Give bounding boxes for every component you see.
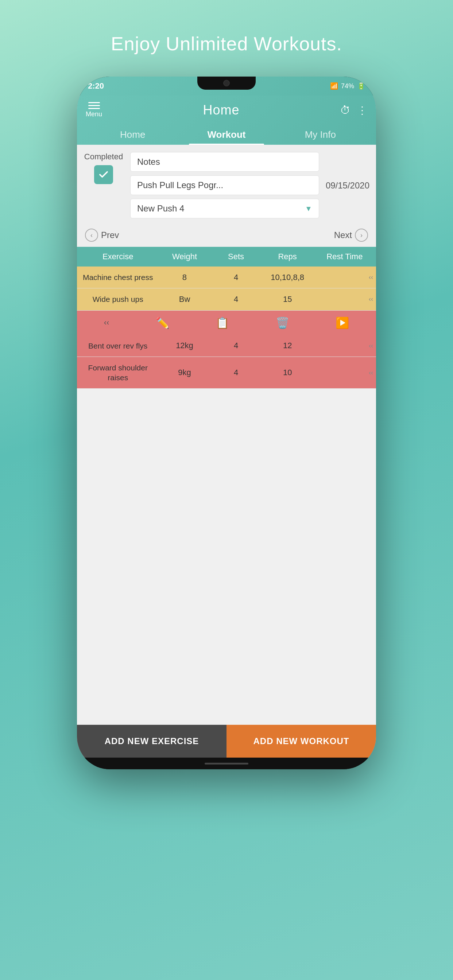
left-arrows-icon: ‹‹ [369,295,373,303]
table-row[interactable]: Bent over rev flys 12kg 4 12 ‹‹ [77,335,376,357]
header-actions: ⏱ ⋮ [340,104,367,116]
table-row[interactable]: Forward shoulder raises 9kg 4 10 ‹‹ [77,357,376,389]
next-arrow-icon: › [355,229,368,242]
exercise-rest: ‹‹ [313,336,376,355]
tagline: Enjoy Unlimited Workouts. [111,33,342,55]
battery-text: 74% [341,83,354,90]
exercise-weight: 8 [159,267,210,288]
next-button[interactable]: Next › [334,229,368,242]
exercise-name: Machine chest press [77,267,159,288]
exercise-reps: 10,10,8,8 [262,267,313,288]
th-reps: Reps [262,247,313,267]
notes-button[interactable]: Notes [130,152,319,172]
tab-home[interactable]: Home [86,124,179,145]
th-weight: Weight [159,247,210,267]
phone-notch [197,76,256,90]
tab-workout[interactable]: Workout [179,124,273,145]
app-screen: Menu Home ⏱ ⋮ Home Workout My Info Compl… [77,95,376,757]
menu-line-1 [88,102,100,103]
header-title: Home [203,102,239,118]
timer-icon[interactable]: ⏱ [340,104,351,116]
status-bar: 2:20 📶 74% 🔋 [77,76,376,95]
exercise-rest: ‹‹ [313,290,376,309]
menu-line-3 [88,108,100,109]
camera [223,80,230,86]
menu-label: Menu [86,110,102,118]
exercise-sets: 4 [211,362,262,383]
next-label: Next [334,230,352,240]
exercise-weight: 9kg [159,362,210,383]
back-arrows-icon[interactable]: ‹‹ [104,318,109,328]
status-time: 2:20 [88,81,104,91]
completed-checkbox[interactable] [94,165,113,184]
table-row[interactable]: Machine chest press 8 4 10,10,8,8 ‹‹ [77,267,376,288]
add-exercise-button[interactable]: ADD NEW EXERCISE [77,725,226,757]
exercise-reps: 10 [262,362,313,383]
copy-icon[interactable]: 📋 [215,317,229,329]
edit-icon[interactable]: ✏️ [156,317,169,329]
header-top: Menu Home ⏱ ⋮ [86,102,367,118]
menu-button[interactable] [88,102,100,109]
exercise-name: Bent over rev flys [77,335,159,356]
workout-section: Completed Notes Push Pull Legs Pogr... [77,145,376,223]
program-button[interactable]: Push Pull Legs Pogr... [130,175,319,195]
exercise-weight: Bw [159,289,210,310]
status-icons: 📶 74% 🔋 [330,82,365,90]
table-header: Exercise Weight Sets Reps Rest Time [77,247,376,267]
exercise-rest: ‹‹ [313,267,376,287]
prev-arrow-icon: ‹ [85,229,98,242]
action-row: ‹‹ ✏️ 📋 🗑️ ▶️ [77,310,376,335]
menu-container[interactable]: Menu [86,102,102,118]
signal-icon: 📶 [330,82,338,90]
menu-line-2 [88,105,100,106]
workout-header: Completed Notes Push Pull Legs Pogr... [83,152,370,218]
battery-icon: 🔋 [357,82,365,90]
more-icon[interactable]: ⋮ [357,104,367,116]
exercise-sets: 4 [211,289,262,310]
left-arrows-icon: ‹‹ [369,369,373,377]
phone-frame: 2:20 📶 74% 🔋 Menu Home [77,76,376,769]
th-exercise: Exercise [77,247,159,267]
prev-button[interactable]: ‹ Prev [85,229,119,242]
home-indicator [205,763,248,765]
app-header: Menu Home ⏱ ⋮ Home Workout My Info [77,95,376,145]
exercise-name: Wide push ups [77,288,159,310]
completed-block: Completed [83,152,124,184]
tab-myinfo[interactable]: My Info [274,124,367,145]
completed-label: Completed [84,152,123,162]
th-resttime: Rest Time [313,247,376,267]
exercise-rest: ‹‹ [313,363,376,382]
exercise-table-container: Exercise Weight Sets Reps Rest Time Mach… [77,247,376,389]
exercise-sets: 4 [211,267,262,288]
exercise-reps: 12 [262,335,313,356]
dropdown-arrow-icon: ▼ [305,205,312,213]
exercise-reps: 15 [262,289,313,310]
exercise-sets: 4 [211,335,262,356]
workout-name-button[interactable]: New Push 4 ▼ [130,199,319,218]
bottom-buttons: ADD NEW EXERCISE ADD NEW WORKOUT [77,725,376,757]
delete-icon[interactable]: 🗑️ [276,317,289,329]
exercise-weight: 12kg [159,335,210,356]
left-arrows-icon: ‹‹ [369,274,373,281]
left-arrows-icon: ‹‹ [369,342,373,350]
nav-buttons: ‹ Prev Next › [77,223,376,247]
exercise-name: Forward shoulder raises [77,357,159,389]
tabs: Home Workout My Info [86,124,367,145]
play-icon[interactable]: ▶️ [335,317,349,329]
workout-controls: Notes Push Pull Legs Pogr... New Push 4 … [130,152,319,218]
th-sets: Sets [211,247,262,267]
phone-bottom-bar [77,757,376,769]
prev-label: Prev [101,230,119,240]
content-spacer [77,389,376,725]
table-row[interactable]: Wide push ups Bw 4 15 ‹‹ [77,288,376,310]
workout-date: 09/15/2020 [326,180,370,191]
add-workout-button[interactable]: ADD NEW WORKOUT [226,725,376,757]
